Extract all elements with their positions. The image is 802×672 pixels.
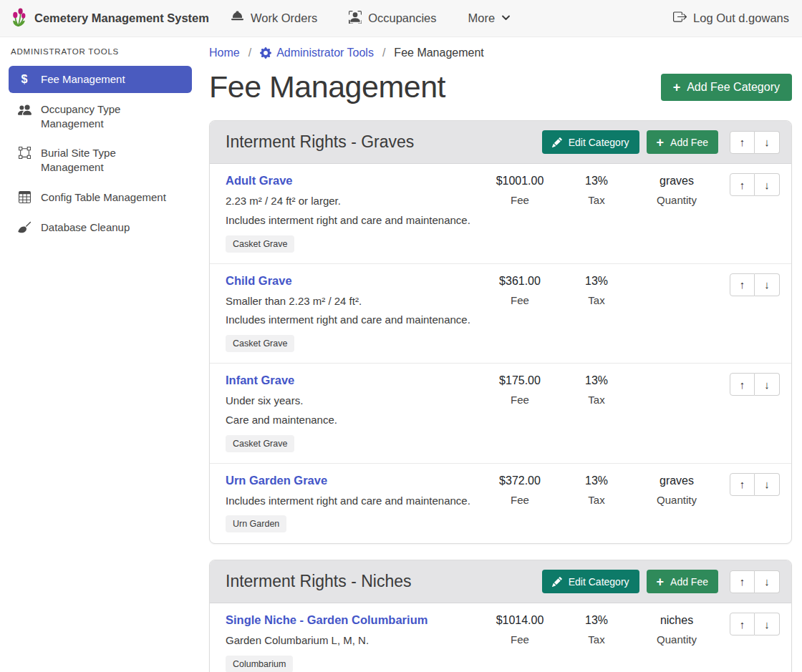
tax-cell: 13% Tax (559, 172, 634, 206)
quantity-cell: graves Quantity (634, 172, 720, 206)
fee-description: Smaller than 2.23 m² / 24 ft². (226, 295, 476, 308)
app-brand[interactable]: Cemetery Management System (10, 7, 209, 29)
arrow-up-icon: ↑ (740, 136, 745, 148)
fee-type-badge: Casket Grave (226, 335, 294, 352)
dollar-icon: $ (17, 73, 32, 86)
arrow-down-icon: ↓ (764, 278, 770, 291)
move-category-up-button[interactable]: ↑ (730, 570, 755, 593)
move-fee-up-button[interactable]: ↑ (730, 613, 755, 636)
fee-amount-cell: $175.00 Fee (480, 372, 559, 406)
people-icon (17, 103, 32, 117)
pencil-icon (552, 577, 562, 587)
add-fee-button[interactable]: + Add Fee (647, 130, 718, 154)
fee-name-link[interactable]: Urn Garden Grave (226, 474, 327, 487)
tulip-logo-icon (10, 7, 28, 29)
move-fee-down-button[interactable]: ↓ (755, 173, 780, 196)
category-title: Interment Rights - Niches (226, 572, 542, 591)
fee-type-badge: Urn Garden (226, 515, 286, 532)
move-fee-up-button[interactable]: ↑ (730, 273, 755, 296)
sidebar-item-config-table-management[interactable]: Config Table Management (9, 184, 192, 211)
fee-name-link[interactable]: Infant Grave (226, 374, 294, 387)
bounding-box-icon (17, 147, 32, 159)
arrow-up-icon: ↑ (740, 379, 745, 391)
navbar-links: Work Orders Occupancies More (231, 10, 511, 26)
quantity-cell: graves Quantity (634, 472, 720, 506)
fee-name-link[interactable]: Adult Grave (226, 174, 293, 188)
add-fee-button[interactable]: + Add Fee (647, 570, 718, 593)
edit-category-button[interactable]: Edit Category (542, 570, 639, 593)
sidebar-item-burial-site-type-management[interactable]: Burial Site Type Management (9, 140, 192, 181)
category-card-niches: Interment Rights - Niches Edit Category … (209, 560, 792, 672)
sidebar: ADMINISTRATOR TOOLS $ Fee Management Occ… (0, 37, 200, 672)
move-category-down-button[interactable]: ↓ (755, 570, 780, 593)
tax-cell: 13% Tax (559, 612, 634, 646)
arrow-down-icon: ↓ (764, 478, 770, 490)
breadcrumb: Home / Administrator Tools / Fee Managem… (209, 47, 792, 59)
navbar-right: Log Out d.gowans (673, 10, 789, 26)
fee-name-link[interactable]: Single Niche - Garden Columbarium (226, 613, 427, 627)
move-category-down-button[interactable]: ↓ (755, 131, 780, 154)
tax-cell: 13% Tax (559, 372, 634, 406)
fee-type-badge: Casket Grave (226, 435, 294, 452)
add-fee-category-button[interactable]: + Add Fee Category (661, 74, 792, 101)
fee-row-urn-garden-grave: Urn Garden Grave Includes interment righ… (210, 464, 791, 544)
move-fee-down-button[interactable]: ↓ (755, 373, 780, 396)
arrow-down-icon: ↓ (764, 179, 770, 191)
breadcrumb-home-link[interactable]: Home (209, 47, 240, 59)
nav-occupancies[interactable]: Occupancies (349, 11, 436, 26)
person-bounding-box-icon (349, 11, 362, 26)
fee-type-badge: Casket Grave (226, 235, 294, 253)
breadcrumb-admin-tools-link[interactable]: Administrator Tools (260, 47, 374, 59)
fee-amount-cell: $372.00 Fee (480, 472, 559, 506)
fee-row-adult-grave: Adult Grave 2.23 m² / 24 ft² or larger. … (210, 164, 791, 264)
fee-description: Includes interment right and care and ma… (226, 214, 476, 228)
nav-work-orders[interactable]: Work Orders (231, 10, 317, 26)
move-fee-up-button[interactable]: ↑ (730, 173, 755, 196)
hard-hat-icon (231, 10, 244, 26)
category-header: Interment Rights - Niches Edit Category … (210, 560, 791, 603)
fee-name-link[interactable]: Child Grave (226, 274, 292, 288)
main-content: Home / Administrator Tools / Fee Managem… (200, 37, 802, 672)
move-fee-up-button[interactable]: ↑ (730, 473, 755, 496)
broom-icon (17, 221, 32, 234)
category-card-graves: Interment Rights - Graves Edit Category … (209, 120, 792, 544)
move-fee-down-button[interactable]: ↓ (755, 273, 780, 296)
plus-icon: + (657, 136, 665, 149)
arrow-up-icon: ↑ (740, 478, 745, 490)
chevron-down-icon (501, 11, 511, 25)
arrow-up-icon: ↑ (740, 278, 745, 291)
fee-amount-cell: $1001.00 Fee (480, 172, 559, 206)
move-fee-up-button[interactable]: ↑ (730, 373, 755, 396)
fee-description: Care and maintenance. (226, 414, 476, 427)
arrow-down-icon: ↓ (764, 136, 770, 148)
page-title: Fee Management (209, 69, 445, 104)
arrow-down-icon: ↓ (764, 618, 770, 630)
edit-category-button[interactable]: Edit Category (542, 130, 639, 154)
sidebar-heading: ADMINISTRATOR TOOLS (11, 47, 192, 56)
fee-row-infant-grave: Infant Grave Under six years. Care and m… (210, 364, 791, 464)
breadcrumb-current: Fee Management (394, 47, 483, 59)
app-title: Cemetery Management System (34, 11, 209, 25)
logout-button[interactable]: Log Out d.gowans (673, 10, 789, 26)
fee-description: Under six years. (226, 394, 476, 408)
nav-more[interactable]: More (468, 11, 511, 25)
arrow-up-icon: ↑ (740, 179, 745, 191)
fee-row-child-grave: Child Grave Smaller than 2.23 m² / 24 ft… (210, 264, 791, 364)
fee-amount-cell: $361.00 Fee (480, 273, 559, 306)
move-fee-down-button[interactable]: ↓ (755, 473, 780, 496)
move-fee-down-button[interactable]: ↓ (755, 613, 780, 636)
sidebar-item-occupancy-type-management[interactable]: Occupancy Type Management (9, 96, 192, 137)
logout-icon (673, 10, 687, 26)
tax-cell: 13% Tax (559, 273, 634, 306)
sidebar-item-database-cleanup[interactable]: Database Cleanup (9, 214, 192, 241)
fee-amount-cell: $1014.00 Fee (480, 612, 559, 646)
fee-description: Garden Columbarium L, M, N. (226, 634, 476, 648)
category-header: Interment Rights - Graves Edit Category … (210, 121, 791, 164)
fee-description: Includes interment right and care and ma… (226, 313, 476, 327)
sidebar-item-fee-management[interactable]: $ Fee Management (9, 66, 192, 93)
top-navbar: Cemetery Management System Work Orders O… (0, 0, 802, 37)
category-title: Interment Rights - Graves (226, 132, 542, 152)
move-category-up-button[interactable]: ↑ (730, 131, 755, 154)
fee-description: Includes interment right and care and ma… (226, 495, 476, 508)
fee-type-badge: Columbarium (226, 656, 293, 672)
